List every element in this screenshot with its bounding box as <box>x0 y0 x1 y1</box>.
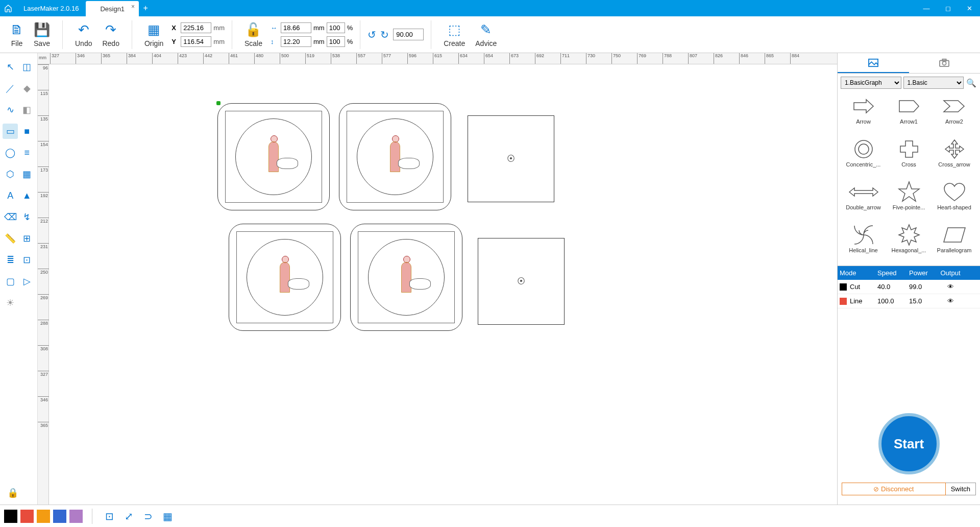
shape-item[interactable]: Heart-shaped <box>933 180 976 221</box>
eraser-tool[interactable]: ⌫ <box>3 209 18 225</box>
group-tool[interactable]: ⊡ <box>19 252 35 268</box>
advice-button[interactable]: ✎ Advice <box>470 20 502 50</box>
filled-rect-tool[interactable]: ■ <box>19 124 35 139</box>
shape-category-1[interactable]: 1.BasicGraph <box>841 77 901 89</box>
ruler-tick: 826 <box>714 53 723 64</box>
file-button[interactable]: 🗎 File <box>5 20 29 50</box>
shape-category-2[interactable]: 1.Basic <box>903 77 964 89</box>
ruler-tick: 750 <box>611 53 621 64</box>
design-panel[interactable] <box>339 103 451 210</box>
width-input[interactable] <box>281 22 311 33</box>
disconnect-status[interactable]: ⊘ Disconnect <box>842 483 946 495</box>
rotate-cw-icon[interactable]: ↻ <box>380 29 389 41</box>
layer-visibility-icon[interactable]: 👁 <box>938 280 963 294</box>
height-pct-input[interactable] <box>327 36 345 47</box>
create-button[interactable]: ⬚ Create <box>438 20 470 50</box>
height-input[interactable] <box>281 36 311 47</box>
home-button[interactable] <box>0 4 16 12</box>
left-toolbar: ↖◫ ／◆ ∿◧ ▭■ ◯≡ ⬡▦ A▲ ⌫↯ 📏⊞ ≣⊡ ▢▷ ☀ 🔒 <box>0 53 38 505</box>
design-canvas[interactable]: ⦿ ⦿ <box>49 64 837 505</box>
close-tab-icon[interactable]: × <box>131 3 135 10</box>
redo-button[interactable]: ↷ Redo <box>97 20 124 50</box>
shape-item[interactable]: Hexagonal_... <box>887 223 930 264</box>
shape-item[interactable]: Arrow1 <box>887 94 930 135</box>
new-tab-button[interactable]: + <box>139 4 152 13</box>
marquee-tool[interactable]: ◫ <box>19 59 35 75</box>
search-shapes-icon[interactable]: 🔍 <box>966 78 977 88</box>
curve-tool[interactable]: ∿ <box>3 102 18 117</box>
layer-row[interactable]: Cut40.099.0👁 <box>838 280 980 294</box>
shapes-tab[interactable] <box>838 53 909 73</box>
mirror-tool[interactable]: ▲ <box>19 188 35 203</box>
shape-item[interactable]: Five-pointe... <box>887 180 930 221</box>
color-swatch[interactable] <box>37 510 50 523</box>
shape-item[interactable]: Arrow2 <box>933 94 976 135</box>
start-button[interactable]: Start <box>878 413 940 474</box>
laser-tool[interactable]: ☀ <box>3 295 18 310</box>
undo-button[interactable]: ↶ Undo <box>70 20 97 50</box>
color-swatch[interactable] <box>20 510 34 523</box>
layers-tool[interactable]: ≣ <box>3 252 18 268</box>
fit-view-icon[interactable]: ⊡ <box>102 510 117 522</box>
ellipse-tool[interactable]: ◯ <box>3 145 18 160</box>
text-tool[interactable]: A <box>3 188 18 203</box>
save-button[interactable]: 💾 Save <box>29 20 55 50</box>
ruler-tick: 384 <box>127 53 136 64</box>
ruler-tick: 404 <box>152 53 161 64</box>
ruler-tick: 500 <box>280 53 289 64</box>
design-panel[interactable] <box>229 224 341 331</box>
fill-tool[interactable]: ◆ <box>19 81 35 96</box>
grid-tool[interactable]: ▦ <box>19 166 35 182</box>
rotate-ccw-icon[interactable]: ↺ <box>368 29 376 41</box>
shape-item[interactable]: Concentric_... <box>842 137 885 178</box>
ruler-tick: 423 <box>178 53 187 64</box>
minimize-button[interactable]: — <box>916 5 937 12</box>
zoom-selection-icon[interactable]: ⤢ <box>121 510 136 522</box>
shape-item[interactable]: Double_arrow <box>842 180 885 221</box>
rotation-input[interactable] <box>393 29 424 40</box>
rect-tool[interactable]: ▭ <box>3 124 18 139</box>
shape-item[interactable]: Arrow <box>842 94 885 135</box>
align-tool[interactable]: ≡ <box>19 145 35 160</box>
color-swatch[interactable] <box>53 510 66 523</box>
blank-panel[interactable]: ⦿ <box>468 115 554 202</box>
design-panel[interactable] <box>350 224 462 331</box>
color-swatch[interactable] <box>4 510 17 523</box>
lock-button[interactable]: 🔒 <box>5 485 20 500</box>
width-pct-input[interactable] <box>327 22 345 33</box>
layer-row[interactable]: Line100.015.0👁 <box>838 294 980 308</box>
shape-item[interactable]: Cross <box>887 137 930 178</box>
x-input[interactable] <box>181 22 211 33</box>
ruler-tick: 865 <box>765 53 774 64</box>
scale-button[interactable]: 🔓 Scale <box>239 20 267 50</box>
polygon-tool[interactable]: ⬡ <box>3 166 18 182</box>
shape-item[interactable]: Cross_arrow <box>933 137 976 178</box>
blank-panel[interactable]: ⦿ <box>478 238 565 325</box>
switch-button[interactable]: Switch <box>946 483 976 495</box>
ruler-tick: 538 <box>331 53 340 64</box>
frame-tool[interactable]: ▢ <box>3 274 18 289</box>
y-input[interactable] <box>181 36 211 47</box>
layer-visibility-icon[interactable]: 👁 <box>938 294 963 308</box>
select-tool[interactable]: ↖ <box>3 59 18 75</box>
color-swatch[interactable] <box>69 510 83 523</box>
ruler-tool[interactable]: 📏 <box>3 231 18 246</box>
document-tab[interactable]: Design1 × <box>86 1 139 16</box>
camera-tab[interactable] <box>909 53 981 73</box>
magnet-icon[interactable]: ⊃ <box>140 510 156 522</box>
shape-tool[interactable]: ◧ <box>19 102 35 117</box>
grid-toggle-icon[interactable]: ▦ <box>160 510 175 522</box>
path-direction-tool[interactable]: ▷ <box>19 274 35 289</box>
ruler-tick: 135 <box>38 115 49 122</box>
shape-item[interactable]: Parallelogram <box>933 223 976 264</box>
array-tool[interactable]: ⊞ <box>19 231 35 246</box>
edit-path-tool[interactable]: ↯ <box>19 209 35 225</box>
layer-power: 15.0 <box>907 294 938 308</box>
design-panel[interactable] <box>217 103 330 210</box>
maximize-button[interactable]: ◻ <box>937 5 959 12</box>
origin-button[interactable]: ▦ Origin <box>139 20 168 50</box>
line-tool[interactable]: ／ <box>3 81 18 96</box>
svg-point-5 <box>859 144 869 154</box>
shape-item[interactable]: Helical_line <box>842 223 885 264</box>
close-window-button[interactable]: ✕ <box>959 5 980 12</box>
